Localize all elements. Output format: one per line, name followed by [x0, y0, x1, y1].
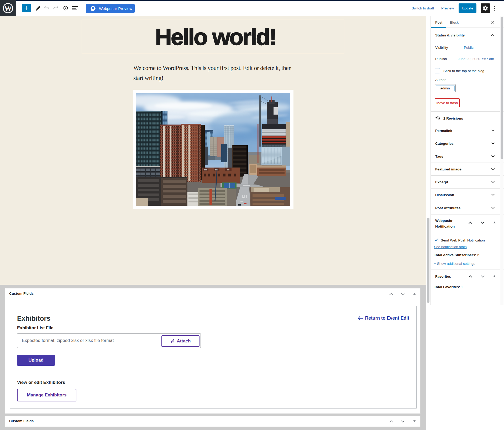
svg-text:W: W — [4, 4, 12, 13]
